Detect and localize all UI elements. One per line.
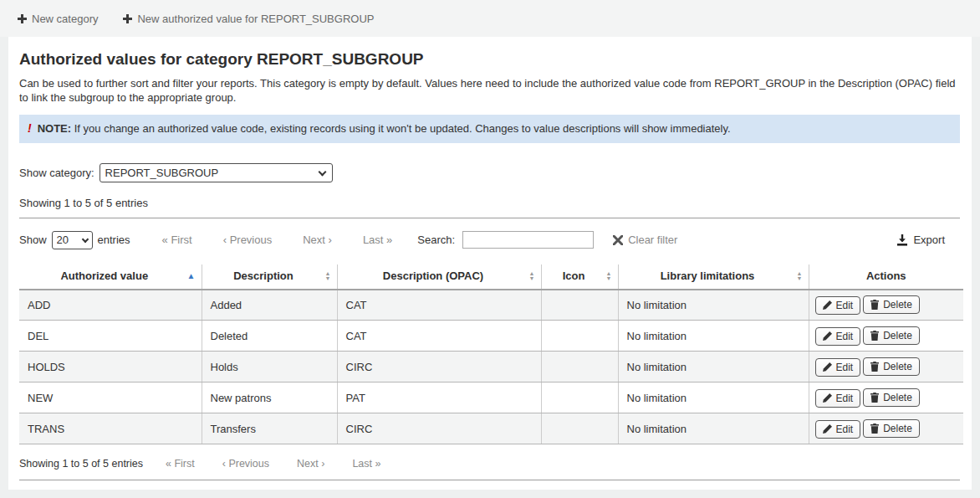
- pagination-next[interactable]: Next ›: [297, 458, 324, 470]
- cell-authorized-value: NEW: [19, 382, 202, 413]
- trash-icon: [870, 331, 879, 341]
- cell-library-limitations: No limitation: [618, 321, 809, 352]
- column-header-library-limitations[interactable]: Library limitations ▲▼: [618, 264, 809, 290]
- entries-summary-bottom: Showing 1 to 5 of 5 entries: [19, 458, 143, 470]
- cell-description-opac: CAT: [337, 290, 541, 321]
- export-button[interactable]: Export: [896, 234, 945, 246]
- edit-button[interactable]: Edit: [815, 389, 861, 408]
- cell-library-limitations: No limitation: [618, 382, 809, 413]
- main-content: Authorized values for category REPORT_SU…: [8, 37, 972, 490]
- pencil-icon: [823, 300, 832, 310]
- table-header-row: Authorized value ▲ Description ▲▼ Descri…: [19, 264, 963, 290]
- note-banner: !NOTE: If you change an authorized value…: [19, 115, 960, 143]
- column-header-authorized-value[interactable]: Authorized value ▲: [19, 264, 202, 290]
- export-label: Export: [913, 234, 945, 246]
- cell-description-opac: CIRC: [337, 352, 541, 382]
- pagination-first[interactable]: « First: [162, 234, 192, 246]
- note-label: NOTE:: [38, 122, 71, 135]
- cell-actions: EditDelete: [809, 413, 963, 444]
- cell-description: Transfers: [202, 413, 337, 444]
- pagination-bottom: « First ‹ Previous Next › Last »: [166, 458, 380, 470]
- cell-authorized-value: DEL: [19, 321, 202, 352]
- cell-authorized-value: ADD: [19, 290, 202, 321]
- pagination-top: « First ‹ Previous Next › Last »: [162, 234, 393, 246]
- x-icon: [613, 235, 623, 245]
- cell-icon: [541, 413, 618, 444]
- divider: [19, 480, 960, 480]
- new-category-label: New category: [32, 13, 98, 25]
- pagination-next[interactable]: Next ›: [303, 234, 332, 246]
- alert-exclamation-icon: !: [28, 121, 32, 135]
- page-description: Can be used to further sort and filter y…: [19, 76, 960, 105]
- column-header-description[interactable]: Description ▲▼: [202, 264, 337, 290]
- divider: [19, 218, 960, 218]
- entries-label: entries: [98, 234, 130, 246]
- plus-icon: [18, 14, 27, 23]
- column-header-description-opac[interactable]: Description (OPAC) ▲▼: [337, 264, 541, 290]
- cell-description: New patrons: [202, 382, 337, 413]
- cell-actions: EditDelete: [809, 352, 963, 382]
- table-row: NEW New patrons PAT No limitation EditDe…: [19, 382, 963, 413]
- cell-icon: [541, 321, 618, 352]
- pagination-previous[interactable]: ‹ Previous: [222, 458, 269, 470]
- cell-actions: EditDelete: [809, 382, 963, 413]
- edit-button[interactable]: Edit: [815, 420, 861, 439]
- category-select[interactable]: REPORT_SUBGROUP: [100, 163, 333, 182]
- table-row: TRANS Transfers CIRC No limitation EditD…: [19, 413, 963, 444]
- column-header-icon[interactable]: Icon ▲▼: [541, 264, 618, 290]
- cell-description: Holds: [202, 352, 337, 382]
- new-authorized-value-button[interactable]: New authorized value for REPORT_SUBGROUP: [123, 13, 374, 25]
- search-input[interactable]: [462, 231, 594, 249]
- cell-library-limitations: No limitation: [618, 290, 809, 321]
- edit-button[interactable]: Edit: [815, 358, 861, 377]
- new-category-button[interactable]: New category: [18, 13, 98, 25]
- pagination-first[interactable]: « First: [166, 458, 195, 470]
- sort-ascending-icon: ▲: [187, 272, 196, 280]
- page-size-select[interactable]: 20: [52, 231, 93, 249]
- pagination-previous[interactable]: ‹ Previous: [223, 234, 273, 246]
- delete-button[interactable]: Delete: [863, 295, 920, 314]
- search-label: Search:: [417, 234, 455, 246]
- authorized-values-table: Authorized value ▲ Description ▲▼ Descri…: [19, 264, 963, 445]
- cell-icon: [541, 382, 618, 413]
- cell-description-opac: CAT: [337, 321, 541, 352]
- delete-button[interactable]: Delete: [863, 388, 920, 407]
- cell-description-opac: CIRC: [337, 413, 541, 444]
- trash-icon: [870, 300, 879, 310]
- pencil-icon: [823, 393, 832, 403]
- cell-icon: [541, 352, 618, 382]
- pagination-last[interactable]: Last »: [363, 234, 392, 246]
- pencil-icon: [823, 362, 832, 372]
- table-row: DEL Deleted CAT No limitation EditDelete: [19, 321, 963, 352]
- clear-filter-button[interactable]: Clear filter: [613, 234, 677, 246]
- sort-both-icon: ▲▼: [797, 271, 803, 281]
- clear-filter-label: Clear filter: [628, 234, 677, 246]
- edit-button[interactable]: Edit: [815, 296, 861, 315]
- pagination-last[interactable]: Last »: [352, 458, 380, 470]
- new-authorized-value-label: New authorized value for REPORT_SUBGROUP: [137, 13, 374, 25]
- trash-icon: [870, 424, 879, 434]
- column-header-actions: Actions: [809, 264, 963, 290]
- category-filter-row: Show category: REPORT_SUBGROUP: [19, 163, 960, 182]
- cell-library-limitations: No limitation: [618, 352, 809, 382]
- toolbar: New category New authorized value for RE…: [0, 0, 980, 37]
- trash-icon: [870, 362, 879, 372]
- sort-both-icon: ▲▼: [325, 271, 331, 281]
- sort-both-icon: ▲▼: [529, 271, 535, 281]
- table-row: HOLDS Holds CIRC No limitation EditDelet…: [19, 352, 963, 382]
- table-row: ADD Added CAT No limitation EditDelete: [19, 290, 963, 321]
- plus-icon: [123, 14, 132, 23]
- download-icon: [896, 234, 908, 246]
- cell-description-opac: PAT: [337, 382, 541, 413]
- cell-authorized-value: TRANS: [19, 413, 202, 444]
- pencil-icon: [823, 331, 832, 341]
- edit-button[interactable]: Edit: [815, 327, 861, 346]
- delete-button[interactable]: Delete: [863, 357, 920, 376]
- pencil-icon: [823, 424, 832, 434]
- cell-library-limitations: No limitation: [618, 413, 809, 444]
- delete-button[interactable]: Delete: [863, 419, 920, 438]
- cell-authorized-value: HOLDS: [19, 352, 202, 382]
- show-category-label: Show category:: [19, 167, 94, 179]
- cell-actions: EditDelete: [809, 290, 963, 321]
- delete-button[interactable]: Delete: [863, 326, 920, 345]
